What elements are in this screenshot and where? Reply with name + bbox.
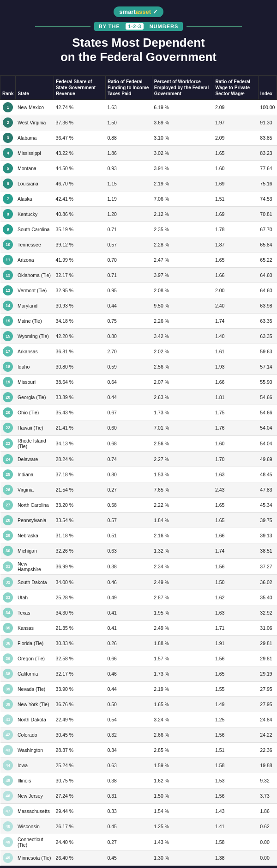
- index-cell: 55.90: [258, 375, 277, 390]
- percent-workforce-cell: 9.50 %: [152, 298, 213, 314]
- rank-badge: 17: [3, 346, 13, 357]
- ratio-funding-cell: 1.86: [105, 146, 152, 161]
- ratio-funding-cell: 0.63: [105, 543, 152, 559]
- index-cell: 19.88: [258, 758, 277, 773]
- ratio-wage-cell: 1.63: [213, 467, 258, 482]
- index-cell: 27.95: [258, 697, 277, 712]
- rank-cell: 4: [0, 146, 16, 161]
- federal-share-cell: 25.24 %: [54, 758, 106, 773]
- ratio-funding-cell: 0.63: [105, 758, 152, 773]
- main-title: States Most Dependent on the Federal Gov…: [9, 36, 268, 64]
- rank-cell: 19: [0, 375, 16, 390]
- index-cell: 22.36: [258, 743, 277, 758]
- rank-cell: 45: [0, 773, 16, 788]
- federal-share-cell: 25.28 %: [54, 590, 106, 605]
- federal-share-cell: 44.50 %: [54, 161, 106, 176]
- table-row: 34 Texas 34.30 % 0.41 1.95 % 1.63 32.92: [0, 605, 277, 621]
- state-cell: Connecticut (Tie): [16, 834, 54, 850]
- ratio-wage-cell: 1.55: [213, 682, 258, 697]
- table-row: 3 Alabama 36.47 % 0.88 3.10 % 2.09 83.85: [0, 130, 277, 146]
- ratio-wage-cell: 1.71: [213, 621, 258, 636]
- rank-badge: 19: [3, 377, 13, 387]
- state-cell: Illinois: [16, 773, 54, 788]
- ratio-wage-cell: 2.43: [213, 482, 258, 498]
- state-cell: Delaware: [16, 452, 54, 467]
- federal-share-cell: 28.37 %: [54, 743, 106, 758]
- index-cell: 67.70: [258, 222, 277, 237]
- rank-badge: 49: [3, 853, 13, 863]
- table-row: 49 Connecticut (Tie) 24.40 % 0.27 1.43 %…: [0, 834, 277, 850]
- federal-share-cell: 34.18 %: [54, 314, 106, 329]
- state-cell: Ohio (Tie): [16, 405, 54, 420]
- percent-workforce-cell: 3.97 %: [152, 268, 213, 283]
- percent-workforce-cell: 1.73 %: [152, 405, 213, 420]
- rank-cell: 18: [0, 359, 16, 375]
- percent-workforce-cell: 7.06 %: [152, 191, 213, 207]
- ratio-funding-cell: 0.45: [105, 819, 152, 834]
- federal-share-cell: 26.40 %: [54, 850, 106, 866]
- index-cell: 48.45: [258, 467, 277, 482]
- rank-badge: 39: [3, 684, 13, 694]
- ratio-funding-cell: 0.38: [105, 559, 152, 575]
- percent-workforce-cell: 3.69 %: [152, 115, 213, 130]
- rank-badge: 33: [3, 592, 13, 603]
- table-row: 29 Nebraska 31.18 % 0.51 2.16 % 1.66 39.…: [0, 528, 277, 543]
- state-cell: Tennessee: [16, 237, 54, 252]
- index-cell: 32.92: [258, 605, 277, 621]
- percent-workforce-cell: 2.35 %: [152, 222, 213, 237]
- rank-cell: 1: [0, 100, 16, 115]
- ratio-funding-cell: 1.50: [105, 115, 152, 130]
- ratio-funding-cell: 0.74: [105, 452, 152, 467]
- table-row: 43 Washington 28.37 % 0.34 2.85 % 1.51 2…: [0, 743, 277, 758]
- rank-cell: 33: [0, 590, 16, 605]
- ratio-funding-cell: 0.34: [105, 743, 152, 758]
- percent-workforce-cell: 2.49 %: [152, 575, 213, 590]
- state-cell: Mississippi: [16, 146, 54, 161]
- ratio-wage-cell: 1.58: [213, 834, 258, 850]
- index-cell: 24.84: [258, 712, 277, 727]
- percent-workforce-cell: 1.84 %: [152, 513, 213, 528]
- ratio-funding-cell: 0.46: [105, 575, 152, 590]
- index-cell: 29.81: [258, 651, 277, 666]
- rank-badge: 6: [3, 179, 13, 189]
- federal-share-cell: 36.76 %: [54, 697, 106, 712]
- state-cell: Texas: [16, 605, 54, 621]
- rank-badge: 26: [3, 485, 13, 495]
- federal-share-cell: 32.17 %: [54, 666, 106, 682]
- rank-badge: 42: [3, 730, 13, 740]
- percent-workforce-cell: 2.12 %: [152, 207, 213, 222]
- ratio-funding-cell: 0.95: [105, 283, 152, 298]
- state-cell: Louisiana: [16, 176, 54, 191]
- ratio-funding-cell: 0.80: [105, 467, 152, 482]
- federal-share-cell: 34.00 %: [54, 575, 106, 590]
- index-cell: 35.40: [258, 590, 277, 605]
- federal-share-cell: 38.64 %: [54, 375, 106, 390]
- federal-share-cell: 24.40 %: [54, 834, 106, 850]
- state-cell: Missouri: [16, 375, 54, 390]
- table-row: 15 Wyoming (Tie) 42.20 % 0.80 3.42 % 1.4…: [0, 329, 277, 344]
- state-cell: New York (Tie): [16, 697, 54, 712]
- percent-workforce-cell: 2.22 %: [152, 498, 213, 513]
- percent-workforce-cell: 2.19 %: [152, 176, 213, 191]
- state-cell: Massachusetts: [16, 804, 54, 819]
- state-cell: Kentucky: [16, 207, 54, 222]
- ratio-wage-cell: 1.56: [213, 559, 258, 575]
- index-cell: 77.64: [258, 161, 277, 176]
- ratio-wage-cell: 1.49: [213, 697, 258, 712]
- percent-workforce-cell: 1.65 %: [152, 697, 213, 712]
- state-cell: North Dakota: [16, 712, 54, 727]
- index-cell: 57.14: [258, 359, 277, 375]
- table-body: 1 New Mexico 42.74 % 1.63 6.19 % 2.09 10…: [0, 100, 277, 866]
- state-cell: New Mexico: [16, 100, 54, 115]
- rank-cell: 15: [0, 329, 16, 344]
- state-cell: California: [16, 666, 54, 682]
- rank-cell: 20: [0, 390, 16, 405]
- percent-workforce-cell: 2.66 %: [152, 727, 213, 743]
- state-cell: South Dakota: [16, 575, 54, 590]
- percent-workforce-cell: 2.26 %: [152, 314, 213, 329]
- rank-badge: 49: [3, 837, 13, 847]
- percent-workforce-cell: 1.73 %: [152, 666, 213, 682]
- rank-cell: 14: [0, 298, 16, 314]
- rank-badge: 45: [3, 776, 13, 786]
- by-the-numbers-banner: BY THE 1·2·3 NUMBERS: [9, 22, 268, 31]
